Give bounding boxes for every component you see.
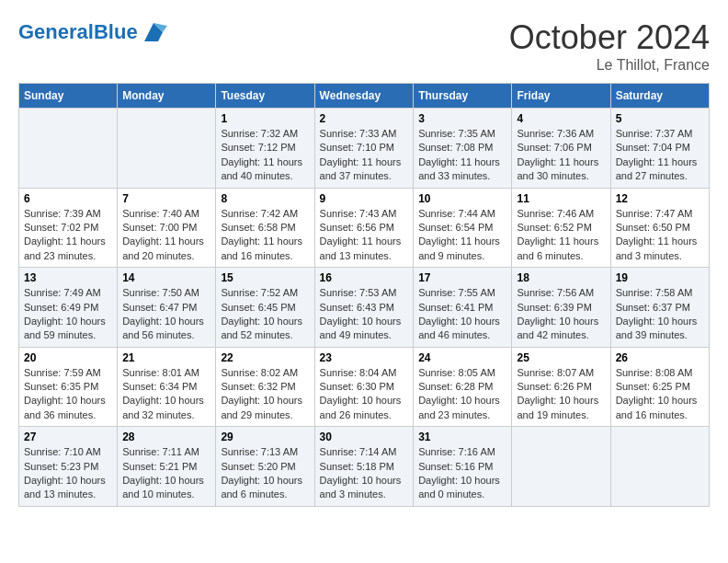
day-info: Sunrise: 7:43 AM Sunset: 6:56 PM Dayligh… — [320, 207, 409, 264]
calendar-cell: 25Sunrise: 8:07 AM Sunset: 6:26 PM Dayli… — [512, 347, 610, 427]
day-number: 29 — [221, 431, 309, 443]
day-info: Sunrise: 8:04 AM Sunset: 6:30 PM Dayligh… — [320, 366, 409, 423]
calendar-cell: 9Sunrise: 7:43 AM Sunset: 6:56 PM Daylig… — [314, 188, 414, 268]
day-info: Sunrise: 8:08 AM Sunset: 6:25 PM Dayligh… — [616, 366, 704, 423]
calendar-body: 1Sunrise: 7:32 AM Sunset: 7:12 PM Daylig… — [19, 109, 710, 507]
day-number: 1 — [221, 112, 309, 125]
day-info: Sunrise: 7:36 AM Sunset: 7:06 PM Dayligh… — [517, 127, 605, 184]
day-number: 11 — [517, 192, 605, 205]
day-number: 19 — [616, 271, 704, 284]
day-number: 3 — [418, 112, 506, 125]
day-number: 22 — [221, 351, 309, 364]
calendar-cell: 2Sunrise: 7:33 AM Sunset: 7:10 PM Daylig… — [314, 109, 414, 189]
calendar-week-row: 20Sunrise: 7:59 AM Sunset: 6:35 PM Dayli… — [19, 347, 710, 427]
day-info: Sunrise: 8:01 AM Sunset: 6:34 PM Dayligh… — [122, 366, 210, 423]
calendar-cell: 17Sunrise: 7:55 AM Sunset: 6:41 PM Dayli… — [414, 268, 512, 348]
day-number: 24 — [418, 351, 506, 364]
calendar-cell: 23Sunrise: 8:04 AM Sunset: 6:30 PM Dayli… — [314, 347, 414, 427]
day-number: 12 — [616, 192, 704, 205]
day-info: Sunrise: 7:37 AM Sunset: 7:04 PM Dayligh… — [616, 127, 704, 184]
day-number: 17 — [418, 271, 506, 284]
location: Le Thillot, France — [509, 57, 710, 74]
calendar-week-row: 27Sunrise: 7:10 AM Sunset: 5:23 PM Dayli… — [19, 427, 710, 507]
calendar-cell: 4Sunrise: 7:36 AM Sunset: 7:06 PM Daylig… — [512, 109, 610, 189]
day-info: Sunrise: 7:16 AM Sunset: 5:16 PM Dayligh… — [418, 445, 506, 502]
day-number: 5 — [616, 112, 704, 125]
day-number: 26 — [616, 351, 704, 364]
calendar-cell: 30Sunrise: 7:14 AM Sunset: 5:18 PM Dayli… — [314, 427, 414, 507]
calendar-table: SundayMondayTuesdayWednesdayThursdayFrid… — [18, 83, 710, 507]
calendar-cell — [610, 427, 709, 507]
day-info: Sunrise: 7:56 AM Sunset: 6:39 PM Dayligh… — [517, 286, 605, 343]
calendar-cell: 8Sunrise: 7:42 AM Sunset: 6:58 PM Daylig… — [216, 188, 314, 268]
day-info: Sunrise: 7:52 AM Sunset: 6:45 PM Dayligh… — [221, 286, 309, 343]
day-number: 27 — [24, 431, 112, 443]
logo-text: GeneralBlue — [18, 22, 138, 42]
day-number: 20 — [24, 351, 112, 364]
logo: GeneralBlue — [18, 18, 167, 46]
day-number: 23 — [320, 351, 409, 364]
weekday-header: Saturday — [610, 84, 709, 109]
day-number: 7 — [122, 192, 210, 205]
calendar-cell: 1Sunrise: 7:32 AM Sunset: 7:12 PM Daylig… — [216, 109, 314, 189]
day-number: 21 — [122, 351, 210, 364]
day-info: Sunrise: 7:35 AM Sunset: 7:08 PM Dayligh… — [418, 127, 506, 184]
calendar-cell: 16Sunrise: 7:53 AM Sunset: 6:43 PM Dayli… — [314, 268, 414, 348]
day-info: Sunrise: 7:42 AM Sunset: 6:58 PM Dayligh… — [221, 207, 309, 264]
month-title: October 2024 — [509, 18, 710, 57]
calendar-cell: 28Sunrise: 7:11 AM Sunset: 5:21 PM Dayli… — [118, 427, 216, 507]
day-info: Sunrise: 7:50 AM Sunset: 6:47 PM Dayligh… — [122, 286, 210, 343]
day-number: 4 — [517, 112, 605, 125]
calendar-cell: 24Sunrise: 8:05 AM Sunset: 6:28 PM Dayli… — [414, 347, 512, 427]
calendar-cell: 6Sunrise: 7:39 AM Sunset: 7:02 PM Daylig… — [19, 188, 118, 268]
calendar-cell: 27Sunrise: 7:10 AM Sunset: 5:23 PM Dayli… — [19, 427, 118, 507]
day-info: Sunrise: 7:58 AM Sunset: 6:37 PM Dayligh… — [616, 286, 704, 343]
day-number: 25 — [517, 351, 605, 364]
calendar-cell: 26Sunrise: 8:08 AM Sunset: 6:25 PM Dayli… — [610, 347, 709, 427]
day-info: Sunrise: 7:53 AM Sunset: 6:43 PM Dayligh… — [320, 286, 409, 343]
day-number: 16 — [320, 271, 409, 284]
weekday-header: Friday — [512, 84, 610, 109]
weekday-header: Wednesday — [314, 84, 414, 109]
calendar-cell: 29Sunrise: 7:13 AM Sunset: 5:20 PM Dayli… — [216, 427, 314, 507]
calendar-cell: 13Sunrise: 7:49 AM Sunset: 6:49 PM Dayli… — [19, 268, 118, 348]
calendar-cell: 14Sunrise: 7:50 AM Sunset: 6:47 PM Dayli… — [118, 268, 216, 348]
calendar-week-row: 1Sunrise: 7:32 AM Sunset: 7:12 PM Daylig… — [19, 109, 710, 189]
day-info: Sunrise: 7:55 AM Sunset: 6:41 PM Dayligh… — [418, 286, 506, 343]
calendar-cell — [512, 427, 610, 507]
day-info: Sunrise: 8:07 AM Sunset: 6:26 PM Dayligh… — [517, 366, 605, 423]
calendar-cell: 18Sunrise: 7:56 AM Sunset: 6:39 PM Dayli… — [512, 268, 610, 348]
day-info: Sunrise: 7:44 AM Sunset: 6:54 PM Dayligh… — [418, 207, 506, 264]
weekday-header: Sunday — [19, 84, 118, 109]
calendar-cell: 20Sunrise: 7:59 AM Sunset: 6:35 PM Dayli… — [19, 347, 118, 427]
calendar-header-row: SundayMondayTuesdayWednesdayThursdayFrid… — [19, 84, 710, 109]
day-info: Sunrise: 7:14 AM Sunset: 5:18 PM Dayligh… — [320, 445, 409, 502]
page-header: GeneralBlue October 2024 Le Thillot, Fra… — [18, 18, 710, 74]
day-number: 31 — [418, 431, 506, 443]
day-number: 10 — [418, 192, 506, 205]
calendar-cell — [118, 109, 216, 189]
day-info: Sunrise: 8:02 AM Sunset: 6:32 PM Dayligh… — [221, 366, 309, 423]
day-number: 6 — [24, 192, 112, 205]
calendar-week-row: 6Sunrise: 7:39 AM Sunset: 7:02 PM Daylig… — [19, 188, 710, 268]
day-info: Sunrise: 8:05 AM Sunset: 6:28 PM Dayligh… — [418, 366, 506, 423]
day-number: 30 — [320, 431, 409, 443]
day-info: Sunrise: 7:11 AM Sunset: 5:21 PM Dayligh… — [122, 445, 210, 502]
day-number: 28 — [122, 431, 210, 443]
calendar-cell: 31Sunrise: 7:16 AM Sunset: 5:16 PM Dayli… — [414, 427, 512, 507]
day-info: Sunrise: 7:33 AM Sunset: 7:10 PM Dayligh… — [320, 127, 409, 184]
calendar-cell: 22Sunrise: 8:02 AM Sunset: 6:32 PM Dayli… — [216, 347, 314, 427]
day-number: 2 — [320, 112, 409, 125]
calendar-cell: 5Sunrise: 7:37 AM Sunset: 7:04 PM Daylig… — [610, 109, 709, 189]
calendar-cell: 21Sunrise: 8:01 AM Sunset: 6:34 PM Dayli… — [118, 347, 216, 427]
calendar-cell: 11Sunrise: 7:46 AM Sunset: 6:52 PM Dayli… — [512, 188, 610, 268]
logo-icon — [140, 18, 167, 46]
calendar-cell: 7Sunrise: 7:40 AM Sunset: 7:00 PM Daylig… — [118, 188, 216, 268]
day-number: 13 — [24, 271, 112, 284]
day-info: Sunrise: 7:10 AM Sunset: 5:23 PM Dayligh… — [24, 445, 112, 502]
day-number: 15 — [221, 271, 309, 284]
day-info: Sunrise: 7:32 AM Sunset: 7:12 PM Dayligh… — [221, 127, 309, 184]
day-number: 8 — [221, 192, 309, 205]
weekday-header: Monday — [118, 84, 216, 109]
day-number: 14 — [122, 271, 210, 284]
